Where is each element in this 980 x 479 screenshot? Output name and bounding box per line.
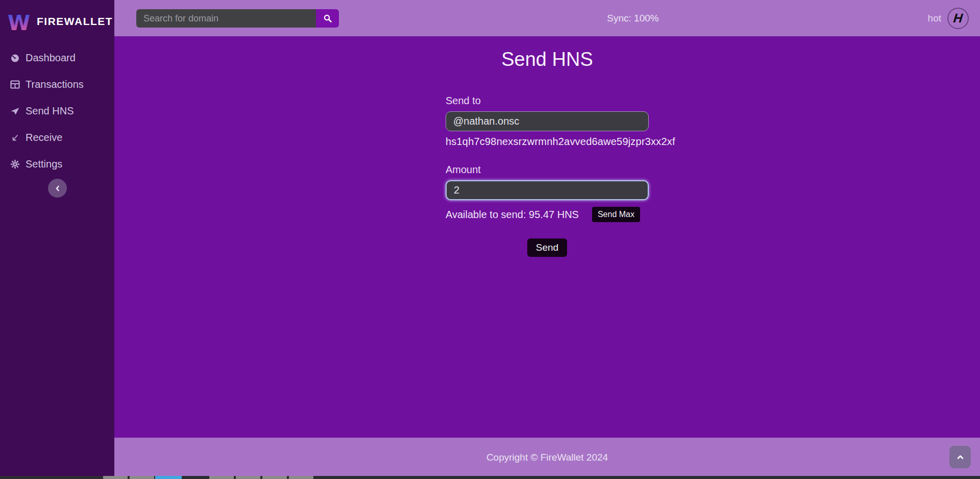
sidebar-item-label: Receive	[26, 132, 62, 143]
sidebar-item-settings[interactable]: Settings	[0, 151, 114, 177]
sidebar: W FIREWALLET Dashboard	[0, 0, 114, 476]
brand-name: FIREWALLET	[37, 15, 113, 28]
taskbar-item-active[interactable]	[155, 476, 182, 479]
gauge-icon	[10, 53, 20, 62]
gear-icon	[10, 159, 20, 169]
table-icon	[10, 80, 20, 89]
scroll-to-top-button[interactable]	[949, 446, 971, 468]
available-row: Available to send: 95.47 HNS Send Max	[446, 207, 649, 222]
send-form: Send to hs1qh7c98nexsrzwrmnh2avved6awe59…	[446, 95, 649, 257]
chevron-up-icon	[957, 454, 964, 460]
topbar: Sync: 100% hot H	[114, 0, 980, 36]
sidebar-item-transactions[interactable]: Transactions	[0, 71, 114, 98]
send-to-input[interactable]	[446, 111, 649, 131]
sidebar-item-send-hns[interactable]: Send HNS	[0, 98, 114, 124]
sidebar-item-label: Settings	[26, 158, 62, 170]
wallet-switcher: hot H	[928, 0, 969, 36]
sidebar-item-label: Dashboard	[26, 52, 76, 64]
search-input[interactable]	[136, 9, 316, 28]
sidebar-item-dashboard[interactable]: Dashboard	[0, 44, 114, 71]
send-max-button[interactable]: Send Max	[592, 207, 640, 222]
taskbar-item[interactable]	[236, 476, 260, 479]
available-to-send-text: Available to send: 95.47 HNS	[446, 209, 579, 221]
firewallet-logo-icon: W	[7, 10, 31, 33]
handshake-letter: H	[953, 12, 964, 25]
arrow-down-left-icon	[10, 133, 20, 142]
send-button[interactable]: Send	[527, 238, 567, 257]
amount-input[interactable]	[446, 180, 649, 200]
chevron-left-icon	[54, 185, 61, 192]
svg-text:W: W	[8, 11, 30, 33]
taskbar-item[interactable]	[262, 476, 287, 479]
taskbar-strip	[0, 476, 980, 479]
magnifier-icon	[323, 14, 332, 23]
search-button[interactable]	[316, 9, 339, 28]
resolved-address: hs1qh7c98nexsrzwrmnh2avved6awe59jzpr3xx2…	[446, 136, 649, 148]
paper-plane-icon	[10, 106, 20, 115]
sidebar-nav: Dashboard Transactions Send HNS	[0, 44, 114, 177]
sidebar-item-receive[interactable]: Receive	[0, 124, 114, 151]
domain-search	[136, 9, 339, 28]
footer: Copyright © FireWallet 2024	[114, 438, 980, 476]
sidebar-item-label: Send HNS	[26, 105, 74, 117]
sync-status: Sync: 100%	[598, 0, 668, 36]
send-row: Send	[446, 238, 649, 257]
taskbar-item[interactable]	[289, 476, 313, 479]
brand: W FIREWALLET	[0, 0, 114, 36]
main-content: Send HNS Send to hs1qh7c98nexsrzwrmnh2av…	[114, 36, 980, 438]
handshake-logo-icon[interactable]: H	[947, 8, 969, 29]
send-to-label: Send to	[446, 95, 649, 107]
sidebar-collapse-button[interactable]	[48, 179, 67, 198]
sidebar-item-label: Transactions	[26, 79, 84, 90]
wallet-name: hot	[928, 13, 941, 24]
taskbar-item[interactable]	[130, 476, 154, 479]
copyright-text: Copyright © FireWallet 2024	[114, 452, 980, 463]
taskbar-item[interactable]	[209, 476, 234, 479]
page-title: Send HNS	[114, 49, 980, 70]
amount-label: Amount	[446, 164, 649, 176]
taskbar-item[interactable]	[103, 476, 128, 479]
